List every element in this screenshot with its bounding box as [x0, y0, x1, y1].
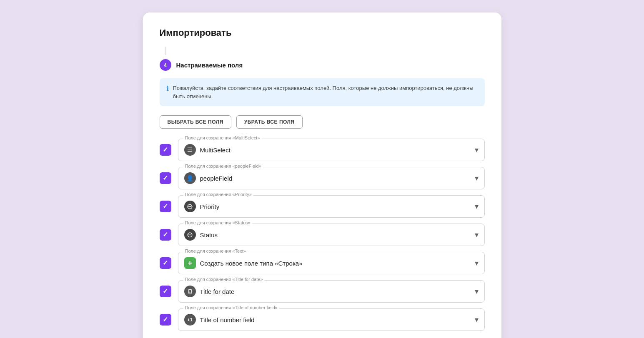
field-row: ✓ Поле для сохранения «peopleField» 👤 pe…: [160, 167, 485, 189]
field-floating-label-multiselect: Поле для сохранения «MultiSelect»: [183, 135, 262, 140]
field-select-title-for-date[interactable]: Поле для сохранения «Title for date» 🗓 T…: [178, 280, 485, 303]
field-select-inner-title-of-number[interactable]: +1 Title of number field ▾: [178, 309, 484, 331]
field-row: ✓ Поле для сохранения «Priority» ⊖ Prior…: [160, 195, 485, 218]
field-checkbox-text[interactable]: ✓: [160, 257, 171, 269]
check-icon: ✓: [163, 175, 168, 181]
check-icon: ✓: [163, 147, 168, 153]
select-all-button[interactable]: ВЫБРАТЬ ВСЕ ПОЛЯ: [160, 115, 231, 129]
field-value-title-of-number: Title of number field: [200, 316, 471, 323]
dropdown-arrow-status: ▾: [475, 230, 479, 239]
field-checkbox-multiselect[interactable]: ✓: [160, 144, 171, 156]
check-icon: ✓: [163, 231, 168, 238]
field-checkbox-priority[interactable]: ✓: [160, 201, 171, 212]
check-icon: ✓: [163, 288, 168, 295]
remove-all-button[interactable]: УБРАТЬ ВСЕ ПОЛЯ: [236, 115, 303, 129]
check-icon: ✓: [163, 260, 168, 266]
field-type-icon-priority: ⊖: [184, 201, 196, 212]
field-value-status: Status: [200, 231, 471, 239]
info-banner: ℹ Пожалуйста, задайте соответствия для н…: [160, 78, 485, 106]
check-icon: ✓: [163, 203, 168, 210]
field-checkbox-title-of-number[interactable]: ✓: [160, 314, 171, 326]
field-checkbox-title-for-date[interactable]: ✓: [160, 286, 171, 297]
field-select-priority[interactable]: Поле для сохранения «Priority» ⊖ Priorit…: [178, 195, 485, 218]
field-value-peoplefield: peopleField: [200, 175, 471, 182]
field-type-icon-title-for-date: 🗓: [184, 286, 196, 297]
field-type-icon-multiselect: ☰: [184, 144, 196, 156]
field-type-icon-title-of-number: +1: [184, 314, 196, 326]
info-icon: ℹ: [166, 84, 169, 100]
dropdown-arrow-title-for-date: ▾: [475, 287, 479, 296]
field-select-inner-priority[interactable]: ⊖ Priority ▾: [178, 196, 484, 217]
page-title: Импортировать: [160, 27, 485, 38]
field-row: ✓ Поле для сохранения «Text» + Создать н…: [160, 252, 485, 274]
field-value-title-for-date: Title for date: [200, 288, 471, 295]
dropdown-arrow-text: ▾: [475, 258, 479, 268]
field-checkbox-peoplefield[interactable]: ✓: [160, 172, 171, 184]
main-container: Импортировать 4 Настраиваемые поля ℹ Пож…: [143, 12, 501, 338]
field-floating-label-peoplefield: Поле для сохранения «peopleField»: [183, 164, 263, 169]
dropdown-arrow-priority: ▾: [475, 202, 479, 211]
field-select-status[interactable]: Поле для сохранения «Status» ⊖ Status ▾: [178, 224, 485, 246]
field-row: ✓ Поле для сохранения «MultiSelect» ☰ Mu…: [160, 139, 485, 161]
field-type-icon-text: +: [184, 257, 196, 269]
field-type-icon-status: ⊖: [184, 229, 196, 241]
field-floating-label-title-for-date: Поле для сохранения «Title for date»: [183, 277, 265, 282]
field-type-icon-peoplefield: 👤: [184, 172, 196, 184]
field-select-title-of-number[interactable]: Поле для сохранения «Title of number fie…: [178, 308, 485, 331]
dropdown-arrow-multiselect: ▾: [475, 145, 479, 154]
field-select-text[interactable]: Поле для сохранения «Text» + Создать нов…: [178, 252, 485, 274]
step-divider: [165, 47, 166, 55]
action-buttons: ВЫБРАТЬ ВСЕ ПОЛЯ УБРАТЬ ВСЕ ПОЛЯ: [160, 115, 485, 129]
section-header: 4 Настраиваемые поля: [160, 59, 485, 71]
field-checkbox-status[interactable]: ✓: [160, 229, 171, 241]
field-row: ✓ Поле для сохранения «Title of number f…: [160, 308, 485, 331]
field-select-peoplefield[interactable]: Поле для сохранения «peopleField» 👤 peop…: [178, 167, 485, 189]
field-select-inner-text[interactable]: + Создать новое поле типа «Строка» ▾: [178, 252, 484, 274]
dropdown-arrow-peoplefield: ▾: [475, 174, 479, 183]
field-floating-label-text: Поле для сохранения «Text»: [183, 249, 248, 254]
field-row: ✓ Поле для сохранения «Status» ⊖ Status …: [160, 224, 485, 246]
field-row: ✓ Поле для сохранения «Title for date» 🗓…: [160, 280, 485, 303]
check-icon: ✓: [163, 316, 168, 323]
field-floating-label-status: Поле для сохранения «Status»: [183, 220, 252, 225]
field-value-priority: Priority: [200, 203, 471, 210]
field-floating-label-priority: Поле для сохранения «Priority»: [183, 192, 253, 197]
info-text: Пожалуйста, задайте соответствия для нас…: [173, 84, 478, 100]
field-floating-label-title-of-number: Поле для сохранения «Title of number fie…: [183, 305, 279, 310]
dropdown-arrow-title-of-number: ▾: [475, 315, 479, 324]
field-select-inner-multiselect[interactable]: ☰ MultiSelect ▾: [178, 139, 484, 161]
section-title: Настраиваемые поля: [176, 62, 243, 69]
step-badge: 4: [160, 59, 171, 71]
field-select-multiselect[interactable]: Поле для сохранения «MultiSelect» ☰ Mult…: [178, 139, 485, 161]
field-select-inner-title-for-date[interactable]: 🗓 Title for date ▾: [178, 281, 484, 302]
fields-container: ✓ Поле для сохранения «MultiSelect» ☰ Mu…: [160, 139, 485, 331]
field-select-inner-peoplefield[interactable]: 👤 peopleField ▾: [178, 167, 484, 189]
field-value-multiselect: MultiSelect: [200, 147, 471, 154]
field-select-inner-status[interactable]: ⊖ Status ▾: [178, 224, 484, 246]
field-value-text: Создать новое поле типа «Строка»: [200, 260, 471, 267]
